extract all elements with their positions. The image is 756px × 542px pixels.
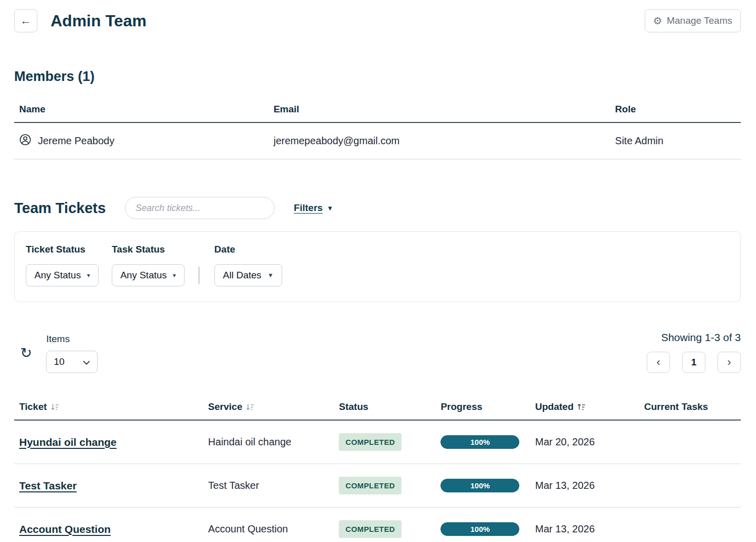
col-updated-sort[interactable]: Updated bbox=[535, 401, 586, 412]
col-ticket-label: Ticket bbox=[19, 401, 47, 412]
filter-divider bbox=[199, 267, 199, 284]
page-number-button[interactable]: 1 bbox=[682, 352, 705, 373]
progress-value: 100% bbox=[440, 522, 519, 536]
manage-teams-label: Manage Teams bbox=[666, 15, 732, 26]
pagination: ‹ 1 › bbox=[647, 352, 741, 373]
back-button[interactable]: ← bbox=[14, 9, 37, 32]
date-filter-value: All Dates bbox=[223, 270, 261, 281]
search-input[interactable] bbox=[125, 197, 275, 219]
controls-left: ↻ Items 10 bbox=[14, 333, 98, 373]
sort-desc-icon bbox=[246, 403, 254, 411]
team-tickets-section: Team Tickets Filters ▼ Ticket Status Any… bbox=[14, 197, 741, 542]
filters-caret-icon: ▼ bbox=[327, 204, 333, 212]
sort-desc-icon bbox=[51, 403, 59, 411]
date-filter-dropdown[interactable]: All Dates ▼ bbox=[214, 264, 282, 286]
members-col-role: Role bbox=[610, 97, 741, 122]
members-heading: Members (1) bbox=[14, 69, 741, 85]
chevron-right-icon: › bbox=[727, 357, 731, 368]
user-avatar-icon bbox=[19, 134, 31, 148]
ticket-status-label: Ticket Status bbox=[26, 244, 99, 255]
filters-label: Filters bbox=[294, 202, 323, 214]
ticket-updated: Mar 13, 2026 bbox=[530, 508, 639, 542]
ticket-row: Hyundai oil change Haindai oil change CO… bbox=[14, 420, 741, 464]
tickets-heading: Team Tickets bbox=[14, 200, 106, 217]
ticket-status-value: Any Status bbox=[34, 270, 81, 281]
items-per-page-select[interactable]: 10 bbox=[46, 351, 98, 373]
ticket-row: Account Question Account Question COMPLE… bbox=[14, 508, 741, 542]
items-per-page-value: 10 bbox=[54, 356, 64, 367]
member-name-cell: Jereme Peabody bbox=[19, 134, 263, 148]
date-filter-label: Date bbox=[214, 244, 282, 255]
tickets-table: Ticket Service bbox=[14, 394, 741, 542]
chevron-down-icon: ▼ bbox=[268, 272, 274, 279]
members-table: Name Email Role bbox=[14, 97, 741, 159]
controls-right: Showing 1-3 of 3 ‹ 1 › bbox=[647, 331, 741, 373]
prev-page-button[interactable]: ‹ bbox=[647, 352, 670, 373]
ticket-status-dropdown[interactable]: Any Status ▾ bbox=[26, 264, 99, 286]
progress-value: 100% bbox=[440, 479, 519, 492]
status-badge: COMPLETED bbox=[339, 520, 402, 538]
chevron-down-icon bbox=[83, 356, 90, 367]
sort-asc-icon bbox=[577, 403, 586, 411]
member-email: jeremepeabody@gmail.com bbox=[269, 122, 610, 159]
chevron-down-icon: ▾ bbox=[87, 272, 90, 279]
tickets-header-row: Ticket Service bbox=[14, 394, 741, 420]
chevron-left-icon: ‹ bbox=[656, 357, 660, 368]
ticket-link[interactable]: Test Tasker bbox=[19, 480, 77, 491]
items-label: Items bbox=[46, 333, 98, 345]
list-controls: ↻ Items 10 Showing 1-3 of 3 ‹ bbox=[14, 331, 741, 373]
members-col-name: Name bbox=[14, 97, 269, 122]
progress-bar: 100% bbox=[440, 522, 519, 536]
ticket-current-tasks bbox=[639, 464, 741, 508]
ticket-current-tasks bbox=[639, 420, 741, 464]
ticket-link[interactable]: Hyundai oil change bbox=[19, 436, 117, 448]
ticket-link[interactable]: Account Question bbox=[19, 523, 111, 535]
col-updated-label: Updated bbox=[535, 401, 573, 412]
gear-icon: ⚙ bbox=[653, 15, 662, 27]
member-name: Jereme Peabody bbox=[38, 135, 114, 147]
admin-team-page: ← Admin Team ⚙ Manage Teams Members (1) … bbox=[0, 0, 756, 542]
col-service-label: Service bbox=[208, 401, 243, 412]
status-badge: COMPLETED bbox=[339, 477, 402, 494]
progress-value: 100% bbox=[440, 435, 519, 449]
task-status-label: Task Status bbox=[112, 244, 185, 255]
ticket-row: Test Tasker Test Tasker COMPLETED 100% M… bbox=[14, 464, 741, 508]
member-row: Jereme Peabody jeremepeabody@gmail.com S… bbox=[14, 122, 741, 159]
back-arrow-icon: ← bbox=[20, 15, 31, 26]
ticket-service: Test Tasker bbox=[203, 464, 334, 508]
task-status-group: Task Status Any Status ▾ bbox=[112, 244, 185, 286]
task-status-value: Any Status bbox=[120, 270, 167, 281]
col-progress-label: Progress bbox=[435, 394, 530, 420]
page-title: Admin Team bbox=[51, 12, 147, 30]
filters-toggle[interactable]: Filters ▼ bbox=[294, 202, 333, 214]
refresh-button[interactable]: ↻ bbox=[20, 346, 32, 360]
task-status-dropdown[interactable]: Any Status ▾ bbox=[112, 264, 185, 286]
ticket-service: Haindai oil change bbox=[203, 420, 334, 464]
col-status-label: Status bbox=[334, 394, 435, 420]
ticket-updated: Mar 13, 2026 bbox=[530, 464, 639, 508]
date-filter-group: Date All Dates ▼ bbox=[214, 244, 282, 286]
progress-bar: 100% bbox=[440, 479, 519, 492]
ticket-service: Account Question bbox=[203, 508, 334, 542]
members-section: Members (1) Name Email Role bbox=[14, 69, 741, 159]
members-header-row: Name Email Role bbox=[14, 97, 741, 122]
tickets-header: Team Tickets Filters ▼ bbox=[14, 197, 741, 219]
filter-panel: Ticket Status Any Status ▾ Task Status A… bbox=[14, 231, 741, 302]
top-bar: ← Admin Team ⚙ Manage Teams bbox=[14, 9, 741, 32]
status-badge: COMPLETED bbox=[339, 433, 402, 451]
showing-range-text: Showing 1-3 of 3 bbox=[661, 331, 741, 344]
ticket-status-group: Ticket Status Any Status ▾ bbox=[26, 244, 99, 286]
chevron-down-icon: ▾ bbox=[173, 272, 176, 279]
next-page-button[interactable]: › bbox=[718, 352, 741, 373]
ticket-updated: Mar 20, 2026 bbox=[530, 420, 639, 464]
col-service-sort[interactable]: Service bbox=[208, 401, 255, 412]
member-role: Site Admin bbox=[610, 122, 741, 159]
ticket-current-tasks bbox=[639, 508, 741, 542]
refresh-icon: ↻ bbox=[20, 345, 32, 361]
progress-bar: 100% bbox=[440, 435, 519, 449]
manage-teams-button[interactable]: ⚙ Manage Teams bbox=[645, 9, 741, 32]
col-ticket-sort[interactable]: Ticket bbox=[19, 401, 59, 412]
members-col-email: Email bbox=[269, 97, 610, 122]
items-per-page-group: Items 10 bbox=[46, 333, 98, 373]
col-current-tasks-label: Current Tasks bbox=[639, 394, 741, 420]
